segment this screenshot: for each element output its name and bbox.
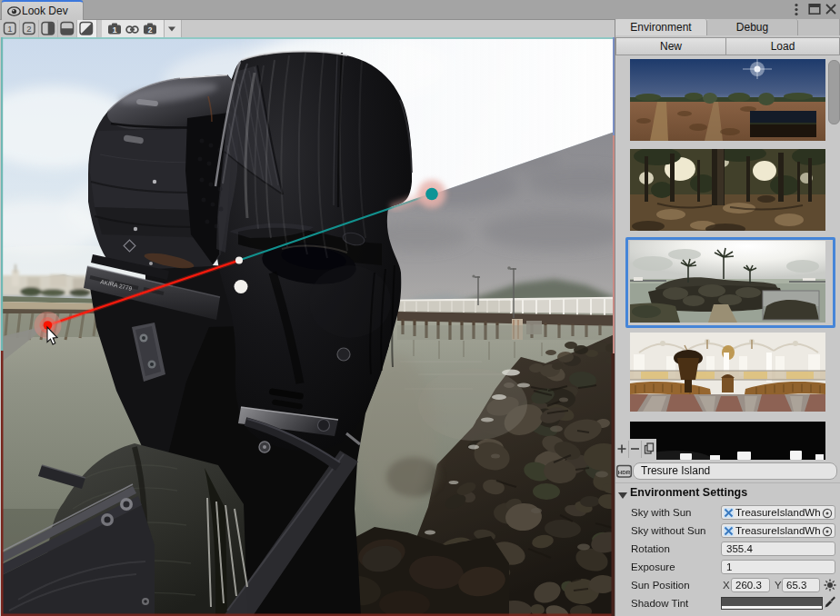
svg-text:2: 2: [26, 24, 31, 34]
svg-text:HDR: HDR: [618, 469, 631, 475]
svg-text:2: 2: [148, 25, 153, 35]
svg-text:1: 1: [113, 25, 117, 35]
svg-text:1: 1: [7, 24, 12, 34]
